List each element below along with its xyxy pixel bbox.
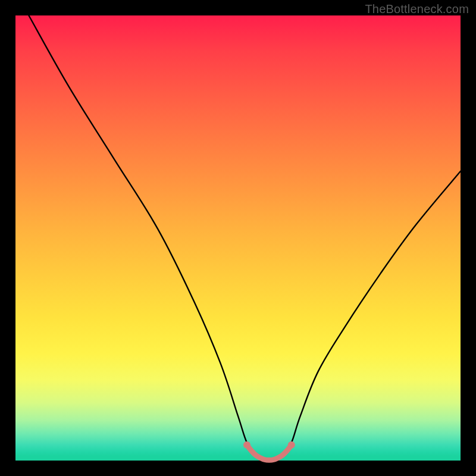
valley-dot-left: [243, 441, 250, 449]
watermark-text: TheBottleneck.com: [365, 2, 469, 16]
valley-dot-right: [288, 441, 295, 449]
curve-layer: [15, 15, 461, 461]
chart-frame: TheBottleneck.com: [0, 0, 476, 476]
plot-area: [15, 15, 461, 461]
valley-fill-path: [247, 445, 292, 460]
bottleneck-curve-right: [274, 171, 461, 461]
bottleneck-curve-left: [29, 15, 273, 461]
